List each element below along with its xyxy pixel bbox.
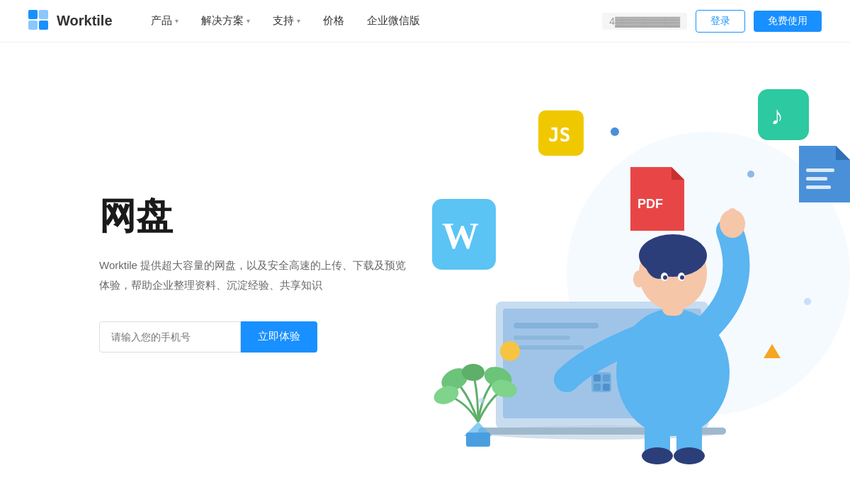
nav-item-products[interactable]: 产品 ▾ <box>141 0 188 42</box>
chevron-down-icon: ▾ <box>175 17 178 25</box>
user-info: 4▓▓▓▓▓▓▓▓▓ <box>602 13 687 30</box>
svg-rect-15 <box>594 384 601 391</box>
svg-point-21 <box>645 239 673 279</box>
svg-text:♪: ♪ <box>771 102 783 130</box>
illustration-svg: JS ♪ PDF W <box>368 75 850 471</box>
nav-item-solutions[interactable]: 解决方案 ▾ <box>191 0 260 42</box>
svg-rect-9 <box>514 345 584 350</box>
svg-rect-48 <box>806 185 831 189</box>
logo[interactable]: Worktile <box>28 10 113 33</box>
nav-item-support[interactable]: 支持 ▾ <box>263 0 310 42</box>
svg-rect-16 <box>603 384 610 391</box>
hero-section: 网盘 Worktile 提供超大容量的网盘，以及安全高速的上传、下载及预览体验，… <box>0 42 850 504</box>
chevron-down-icon: ▾ <box>246 17 250 25</box>
svg-text:W: W <box>442 216 479 256</box>
svg-rect-33 <box>466 433 490 447</box>
music-file-icon: ♪ <box>758 89 809 140</box>
svg-point-31 <box>642 447 673 464</box>
svg-rect-7 <box>514 323 599 328</box>
svg-point-25 <box>680 275 684 280</box>
svg-text:PDF: PDF <box>638 197 663 211</box>
logo-text: Worktile <box>57 13 113 29</box>
hero-description: Worktile 提供超大容量的网盘，以及安全高速的上传、下载及预览体验，帮助企… <box>99 256 411 296</box>
svg-point-49 <box>611 127 619 136</box>
page-title: 网盘 <box>99 194 411 238</box>
nav-item-pricing[interactable]: 价格 <box>313 0 354 42</box>
navbar: Worktile 产品 ▾ 解决方案 ▾ 支持 ▾ 价格 企业微信版 4▓▓▓▓… <box>0 0 850 42</box>
free-trial-button[interactable]: 免费使用 <box>754 11 822 32</box>
hero-form: 立即体验 <box>99 321 411 353</box>
svg-point-36 <box>462 364 484 381</box>
svg-point-51 <box>500 341 520 361</box>
svg-point-32 <box>674 447 705 464</box>
svg-rect-1 <box>39 10 48 19</box>
pdf-file-icon: PDF <box>630 167 684 231</box>
cta-button[interactable]: 立即体验 <box>241 321 317 353</box>
svg-point-24 <box>663 275 667 280</box>
svg-point-26 <box>633 270 645 287</box>
svg-rect-0 <box>28 10 38 19</box>
hero-left: 网盘 Worktile 提供超大容量的网盘，以及安全高速的上传、下载及预览体验，… <box>99 194 411 352</box>
word-file-icon: W <box>432 199 496 270</box>
svg-rect-47 <box>806 177 827 181</box>
phone-input[interactable] <box>99 321 241 353</box>
login-button[interactable]: 登录 <box>696 10 745 33</box>
svg-text:JS: JS <box>548 125 570 146</box>
svg-rect-41 <box>758 89 809 140</box>
logo-icon <box>28 10 51 33</box>
svg-point-50 <box>747 171 754 178</box>
svg-rect-8 <box>514 336 570 340</box>
chevron-down-icon: ▾ <box>297 17 300 25</box>
svg-point-54 <box>479 398 484 403</box>
svg-point-53 <box>804 298 811 305</box>
file-icon <box>799 146 850 202</box>
svg-rect-14 <box>603 374 610 382</box>
hero-illustration: JS ♪ PDF W <box>368 75 850 471</box>
nav-menu: 产品 ▾ 解决方案 ▾ 支持 ▾ 价格 企业微信版 <box>141 0 603 42</box>
svg-rect-46 <box>806 168 834 172</box>
svg-rect-28 <box>728 208 737 229</box>
svg-rect-13 <box>594 374 601 382</box>
svg-rect-2 <box>28 21 38 30</box>
nav-right: 4▓▓▓▓▓▓▓▓▓ 登录 免费使用 <box>602 10 822 33</box>
js-file-icon: JS <box>538 110 584 156</box>
svg-rect-3 <box>39 21 48 30</box>
nav-item-wechat[interactable]: 企业微信版 <box>357 0 430 42</box>
